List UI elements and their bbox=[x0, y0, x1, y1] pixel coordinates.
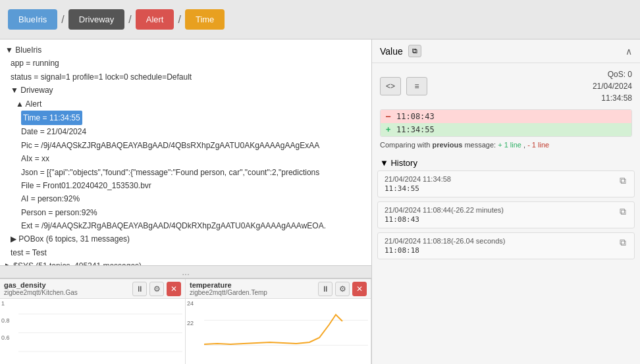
top-nav: BlueIris / Driveway / Alert / Time bbox=[0, 0, 640, 39]
chart-gas-settings-btn[interactable]: ⚙ bbox=[149, 282, 164, 296]
collapse-blueIris[interactable]: ▼ BlueIris bbox=[5, 45, 41, 55]
tree-pic-line: Pic = /9j/4AAQSkZJRgABAQEAYABgAAD/4QBsRX… bbox=[5, 139, 366, 152]
tree-driveway[interactable]: ▼ Driveway bbox=[5, 84, 366, 97]
value-copy-btn[interactable]: ⧉ bbox=[408, 45, 421, 57]
tree-file-line: File = Front01.20240420_153530.bvr bbox=[5, 179, 366, 192]
chart-temperature: temperature zigbee2mqtt/Garden.Temp ⏸ ⚙ … bbox=[186, 279, 371, 364]
chart-temp-body: 24 22 bbox=[186, 299, 371, 364]
tree-root[interactable]: ▼ BlueIris bbox=[5, 43, 366, 57]
tree-ext-line: Ext = /9j/4AAQSkZJRgABAQEAYABgAAD/4QDkRX… bbox=[5, 219, 366, 232]
history-list[interactable]: 21/04/2024 11:34:58 11:34:55 ⧉ 21/04/202… bbox=[372, 170, 640, 364]
diff-plus-time: 11:34:55 bbox=[396, 125, 435, 134]
y-label-1: 1 bbox=[1, 300, 5, 307]
tree-pobox-line[interactable]: ▶ POBox (6 topics, 31 messages) bbox=[5, 232, 366, 246]
tree-json-line: Json = [{"api":"objects","found":{"messa… bbox=[5, 166, 366, 179]
tree-aix-line: AIx = xx bbox=[5, 152, 366, 165]
history-item-content: 21/04/2024 11:34:58 11:34:55 bbox=[385, 175, 451, 193]
chart-temp-title: temperature bbox=[190, 281, 267, 289]
copy-icon: ⧉ bbox=[412, 47, 417, 55]
chart-gas-header: gas_density zigbee2mqtt/Kitchen.Gas ⏸ ⚙ … bbox=[0, 279, 185, 299]
collapse-pobox[interactable]: ▶ POBox (6 topics, 31 messages) bbox=[11, 234, 130, 244]
collapse-alert[interactable]: ▲ Alert bbox=[16, 99, 41, 109]
highlight-time: Time = 11:34:55 bbox=[21, 111, 82, 125]
list-icon: ≡ bbox=[414, 82, 419, 91]
history-value: 11:08:43 bbox=[385, 215, 504, 224]
tree-area[interactable]: ▼ BlueIris app = running status = signal… bbox=[0, 39, 371, 265]
tree-time-line[interactable]: Time = 11:34:55 bbox=[5, 111, 366, 125]
tree-test-line: test = Test bbox=[5, 246, 366, 259]
qos-time: 11:34:58 bbox=[593, 92, 632, 104]
history-header: ▼ History bbox=[372, 153, 640, 170]
history-item-content: 21/04/2024 11:08:44(-26.22 minutes) 11:0… bbox=[385, 206, 504, 224]
collapse-driveway[interactable]: ▼ Driveway bbox=[11, 86, 53, 95]
qos-info: QoS: 0 21/04/2024 11:34:58 bbox=[593, 68, 632, 104]
qos-text: QoS: 0 bbox=[593, 68, 632, 80]
chart-gas-close-btn[interactable]: ✕ bbox=[167, 282, 181, 296]
value-header: Value ⧉ ∧ bbox=[372, 39, 640, 63]
chart-temp-controls: ⏸ ⚙ ✕ bbox=[318, 282, 367, 296]
history-copy-btn[interactable]: ⧉ bbox=[618, 175, 627, 186]
chart-gas-subtitle: zigbee2mqtt/Kitchen.Gas bbox=[4, 289, 78, 296]
compare-note: Comparing with previous message: + 1 lin… bbox=[380, 141, 632, 149]
chart-temp-settings-btn[interactable]: ⚙ bbox=[335, 282, 350, 296]
tree-person-line: Person = person:92% bbox=[5, 206, 366, 219]
nav-blueIris-btn[interactable]: BlueIris bbox=[8, 9, 57, 30]
chart-gas-title: gas_density bbox=[4, 281, 78, 289]
diff-minus-time: 11:08:43 bbox=[396, 112, 435, 121]
history-value: 11:08:18 bbox=[385, 246, 505, 255]
nav-sep-3: / bbox=[176, 14, 182, 26]
diff-minus-row: – 11:08:43 bbox=[381, 110, 631, 123]
nav-driveway-btn[interactable]: Driveway bbox=[68, 9, 124, 30]
chart-temp-pause-btn[interactable]: ⏸ bbox=[318, 282, 333, 296]
history-item: 21/04/2024 11:08:18(-26.04 seconds) 11:0… bbox=[377, 232, 635, 259]
history-item: 21/04/2024 11:08:44(-26.22 minutes) 11:0… bbox=[377, 201, 635, 228]
tree-status-line: status = signal=1 profile=1 lock=0 sched… bbox=[5, 70, 366, 84]
diff-plus-row: + 11:34:55 bbox=[381, 123, 631, 136]
list-view-btn[interactable]: ≡ bbox=[406, 77, 427, 95]
history-timestamp: 21/04/2024 11:08:44(-26.22 minutes) bbox=[385, 206, 504, 214]
collapse-value-icon[interactable]: ∧ bbox=[626, 46, 632, 57]
y-label-3: 0.6 bbox=[1, 334, 10, 341]
chart-gas-pause-btn[interactable]: ⏸ bbox=[132, 282, 147, 296]
history-toggle[interactable]: ▼ History bbox=[380, 158, 417, 168]
tree-date-line: Date = 21/04/2024 bbox=[5, 125, 366, 138]
value-label: Value bbox=[380, 46, 403, 57]
chart-temp-close-btn[interactable]: ✕ bbox=[352, 282, 367, 296]
chart-gas-title-area: gas_density zigbee2mqtt/Kitchen.Gas bbox=[4, 281, 78, 296]
temp-y-label-1: 24 bbox=[187, 300, 194, 307]
diff-plus-sign: + bbox=[386, 125, 392, 134]
left-panel: ▼ BlueIris app = running status = signal… bbox=[0, 39, 372, 364]
code-view-btn[interactable]: <> bbox=[380, 77, 401, 95]
compare-suffix: message: bbox=[464, 141, 496, 149]
divider-dots: ... bbox=[182, 267, 190, 277]
chart-temp-title-area: temperature zigbee2mqtt/Garden.Temp bbox=[190, 281, 267, 296]
nav-sep-1: / bbox=[60, 14, 65, 26]
tree-app-line: app = running bbox=[5, 57, 366, 70]
diff-minus-sign: – bbox=[386, 112, 392, 121]
qos-date: 21/04/2024 bbox=[593, 80, 632, 92]
nav-alert-btn[interactable]: Alert bbox=[136, 9, 174, 30]
chart-gas-density: gas_density zigbee2mqtt/Kitchen.Gas ⏸ ⚙ … bbox=[0, 279, 186, 364]
tree-sys-line[interactable]: ▶ $SYS (51 topics, 405241 messages) bbox=[5, 259, 366, 265]
history-copy-btn[interactable]: ⧉ bbox=[618, 237, 627, 248]
chart-gas-body: 1 0.8 0.6 bbox=[0, 299, 185, 364]
value-header-left: Value ⧉ bbox=[380, 45, 421, 57]
compare-comma: , bbox=[523, 141, 525, 149]
h-divider[interactable]: ... bbox=[0, 265, 371, 278]
history-value: 11:34:55 bbox=[385, 184, 451, 193]
chart-temp-svg bbox=[204, 301, 368, 364]
compare-prefix: Comparing with bbox=[380, 141, 430, 149]
code-icon: <> bbox=[386, 82, 395, 91]
right-panel: Value ⧉ ∧ <> ≡ QoS: 0 21/04/2024 11:34:5… bbox=[372, 39, 640, 364]
history-copy-btn[interactable]: ⧉ bbox=[618, 206, 627, 217]
chart-gas-svg bbox=[18, 301, 182, 364]
chart-gas-controls: ⏸ ⚙ ✕ bbox=[132, 282, 181, 296]
compare-bold: previous bbox=[432, 141, 462, 149]
nav-time-btn[interactable]: Time bbox=[185, 9, 225, 30]
tree-alert[interactable]: ▲ Alert bbox=[5, 97, 366, 111]
history-item-content: 21/04/2024 11:08:18(-26.04 seconds) 11:0… bbox=[385, 237, 505, 255]
value-toolbar: <> ≡ QoS: 0 21/04/2024 11:34:58 bbox=[372, 63, 640, 109]
compare-removed: - 1 line bbox=[527, 141, 549, 149]
history-timestamp: 21/04/2024 11:08:18(-26.04 seconds) bbox=[385, 237, 505, 245]
chart-temp-subtitle: zigbee2mqtt/Garden.Temp bbox=[190, 289, 267, 296]
